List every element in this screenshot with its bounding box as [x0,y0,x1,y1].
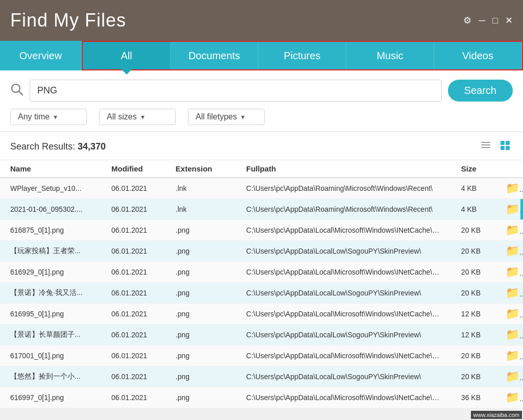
svg-rect-8 [506,146,510,150]
file-modified: 06.01.2021 [101,199,165,220]
results-header: Search Results: 34,370 [0,132,523,160]
file-extension: .png [165,304,236,325]
file-name[interactable]: 【景诺】冷兔·我又活... [0,283,101,304]
search-input[interactable] [30,80,442,102]
table-header: Name Modified Extension Fullpath Size [0,160,523,178]
table-row[interactable]: 【景诺】冷兔·我又活... 06.01.2021 .png C:\Users\p… [0,283,523,304]
search-area: Search Any time ▾ All sizes ▾ All filety… [0,70,523,132]
title-bar: Find My Files ⚙ ─ □ ✕ [0,0,523,41]
search-icon [10,83,23,99]
file-size: 20 KB [451,262,495,283]
svg-rect-3 [481,144,490,145]
maximize-icon[interactable]: □ [492,16,498,25]
file-extension: .png [165,283,236,304]
file-extension: .png [165,387,236,408]
folder-icon[interactable]: 📁 [495,220,524,241]
table-row[interactable]: 【悠然】捡到一个小... 06.01.2021 .png C:\Users\pc… [0,366,523,387]
table-row[interactable]: 616875_0[1].png 06.01.2021 .png C:\Users… [0,220,523,241]
tab-overview[interactable]: Overview [0,41,82,70]
file-name[interactable]: 【悠然】捡到一个小... [0,366,101,387]
search-button[interactable]: Search [448,80,513,102]
file-path[interactable]: C:\Users\pc\AppData\Roaming\Microsoft\Wi… [236,178,451,199]
file-name[interactable]: WPlayer_Setup_v10... [0,178,101,199]
table-row[interactable]: WPlayer_Setup_v10... 06.01.2021 .lnk C:\… [0,178,523,199]
sidebar-accent [520,199,523,219]
file-modified: 06.01.2021 [101,220,165,241]
file-path[interactable]: C:\Users\pc\AppData\LocalLow\SogouPY\Ski… [236,283,451,304]
file-name[interactable]: 617001_0[1].png [0,345,101,366]
settings-icon[interactable]: ⚙ [463,16,471,25]
folder-icon[interactable]: 📁 [495,283,524,304]
close-icon[interactable]: ✕ [505,16,513,25]
file-extension: .png [165,366,236,387]
table-row[interactable]: 【景诺】长草颜团子... 06.01.2021 .png C:\Users\pc… [0,325,523,345]
col-action [495,160,524,178]
file-extension: .png [165,325,236,345]
svg-rect-6 [506,141,510,145]
file-extension: .png [165,345,236,366]
nav-bar: Overview All Documents Pictures Music Vi… [0,41,523,70]
table-row[interactable]: 2021-01-06_095302.... 06.01.2021 .lnk C:… [0,199,523,220]
tab-music[interactable]: Music [346,42,434,69]
tab-documents[interactable]: Documents [171,42,258,69]
table-row[interactable]: 616997_0[1].png 06.01.2021 .png C:\Users… [0,387,523,408]
folder-icon[interactable]: 📁 [495,345,524,366]
search-row: Search [10,80,513,102]
filter-row: Any time ▾ All sizes ▾ All filetypes ▾ [10,109,513,125]
svg-rect-4 [481,147,490,148]
time-filter[interactable]: Any time ▾ [10,109,87,125]
file-modified: 06.01.2021 [101,387,165,408]
file-path[interactable]: C:\Users\pc\AppData\Local\Microsoft\Wind… [236,304,451,325]
table-row[interactable]: 616995_0[1].png 06.01.2021 .png C:\Users… [0,304,523,325]
file-name[interactable]: 616995_0[1].png [0,304,101,325]
file-size: 20 KB [451,345,495,366]
chevron-down-icon: ▾ [54,113,57,121]
folder-icon[interactable]: 📁 [495,387,524,408]
file-path[interactable]: C:\Users\pc\AppData\Local\Microsoft\Wind… [236,262,451,283]
file-modified: 06.01.2021 [101,283,165,304]
file-path[interactable]: C:\Users\pc\AppData\Local\Microsoft\Wind… [236,220,451,241]
svg-line-1 [19,91,22,95]
filetype-filter[interactable]: All filetypes ▾ [188,109,265,125]
table-row[interactable]: 617001_0[1].png 06.01.2021 .png C:\Users… [0,345,523,366]
svg-rect-7 [501,146,505,150]
file-path[interactable]: C:\Users\pc\AppData\Local\Microsoft\Wind… [236,387,451,408]
svg-rect-2 [481,142,490,143]
file-name[interactable]: 616997_0[1].png [0,387,101,408]
tab-all[interactable]: All [83,42,171,69]
folder-icon[interactable]: 📁 [495,325,524,345]
file-path[interactable]: C:\Users\pc\AppData\LocalLow\SogouPY\Ski… [236,325,451,345]
file-name[interactable]: 2021-01-06_095302.... [0,199,101,220]
list-view-button[interactable] [478,139,493,155]
table-row[interactable]: 616929_0[1].png 06.01.2021 .png C:\Users… [0,262,523,283]
folder-icon[interactable]: 📁 [495,304,524,325]
folder-icon[interactable]: 📁 [495,241,524,262]
file-name[interactable]: 【景诺】长草颜团子... [0,325,101,345]
file-name[interactable]: 616875_0[1].png [0,220,101,241]
file-modified: 06.01.2021 [101,262,165,283]
size-filter[interactable]: All sizes ▾ [99,109,176,125]
results-area: Search Results: 34,370 [0,132,523,408]
folder-icon[interactable]: 📁 [495,199,524,220]
minimize-icon[interactable]: ─ [479,16,485,25]
svg-rect-5 [501,141,505,145]
col-size: Size [451,160,495,178]
grid-view-button[interactable] [497,139,513,155]
folder-icon[interactable]: 📁 [495,178,524,199]
file-name[interactable]: 616929_0[1].png [0,262,101,283]
folder-icon[interactable]: 📁 [495,262,524,283]
file-modified: 06.01.2021 [101,304,165,325]
tab-videos[interactable]: Videos [434,42,522,69]
table-row[interactable]: 【玩家投稿】王者荣... 06.01.2021 .png C:\Users\pc… [0,241,523,262]
file-path[interactable]: C:\Users\pc\AppData\LocalLow\SogouPY\Ski… [236,366,451,387]
file-name[interactable]: 【玩家投稿】王者荣... [0,241,101,262]
folder-icon[interactable]: 📁 [495,366,524,387]
file-path[interactable]: C:\Users\pc\AppData\Roaming\Microsoft\Wi… [236,199,451,220]
file-size: 4 KB [451,199,495,220]
view-controls [478,139,513,155]
col-name: Name [0,160,101,178]
file-size: 36 KB [451,387,495,408]
file-path[interactable]: C:\Users\pc\AppData\LocalLow\SogouPY\Ski… [236,241,451,262]
file-path[interactable]: C:\Users\pc\AppData\Local\Microsoft\Wind… [236,345,451,366]
tab-pictures[interactable]: Pictures [258,42,346,69]
